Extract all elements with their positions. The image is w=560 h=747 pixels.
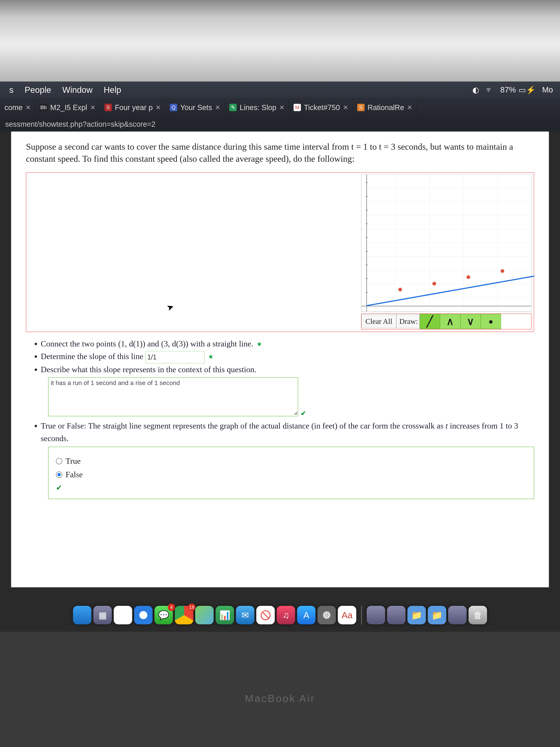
dock-app-dictionary[interactable]: Aa	[338, 606, 356, 624]
close-icon[interactable]: ✕	[90, 104, 96, 111]
draw-label: Draw:	[396, 315, 420, 328]
instruction-bullet: Connect the two points (1, d(1)) and (3,…	[41, 338, 534, 350]
laptop-model-label: MacBook Air	[0, 692, 560, 704]
menu-item[interactable]: s	[9, 85, 14, 95]
close-icon[interactable]: ✕	[407, 104, 412, 111]
clear-all-button[interactable]: Clear All	[362, 315, 396, 328]
close-icon[interactable]: ✕	[279, 104, 285, 111]
tab-title: Four year p	[115, 103, 153, 112]
graph-toolbar: Clear All Draw: ╱ ∧ ∨ ●	[361, 313, 532, 329]
browser-tabstrip: come ✕ Bb M2_I5 Expl ✕ S Four year p ✕ Q…	[0, 98, 560, 117]
plot-point[interactable]	[432, 282, 436, 285]
clock-day[interactable]: Mo	[542, 85, 553, 94]
tab[interactable]: come ✕	[0, 98, 35, 117]
dock-item[interactable]	[448, 606, 467, 624]
favicon: M	[294, 104, 301, 111]
tab-title: M2_I5 Expl	[50, 103, 87, 112]
instruction-bullet: Describe what this slope represents in t…	[41, 363, 534, 376]
tab-title: Your Sets	[180, 103, 212, 112]
tool-point-icon[interactable]: ●	[481, 314, 501, 329]
remove-icon[interactable]: ✶	[257, 341, 262, 348]
tab[interactable]: M Ticket#750 ✕	[289, 98, 353, 117]
instruction-bullet: Determine the slope of this line 1/1 ✶	[41, 350, 534, 363]
dock-trash[interactable]: 🗑	[469, 606, 487, 624]
tab-title: Ticket#750	[304, 103, 340, 112]
resize-handle-icon[interactable]: ◢	[294, 410, 297, 415]
slope-input[interactable]: 1/1	[145, 351, 205, 363]
instruction-bullet: True or False: The straight line segment…	[41, 420, 534, 445]
dock: ▦ ✿ 💬4 18 📊 ✉ 🚫 ♫ A ⚙ Aa 📁 📁 🗑	[0, 598, 560, 624]
graph-canvas[interactable]	[361, 175, 532, 312]
favicon: Bb	[40, 104, 47, 111]
dock-folder[interactable]: 📁	[428, 606, 446, 624]
describe-textarea[interactable]: it has a run of 1 second and a rise of 1…	[48, 378, 298, 416]
menu-item-window[interactable]: Window	[62, 85, 92, 95]
radio-icon[interactable]	[56, 458, 62, 464]
tab-title: Lines: Slop	[240, 103, 276, 112]
dock-app-mail[interactable]: ✉	[236, 606, 255, 624]
dock-app-messages[interactable]: 💬4	[155, 606, 173, 624]
menubar: s People Window Help ◐ ᯤ 87% ▭⚡ Mo	[0, 81, 560, 98]
option-false[interactable]: False	[56, 470, 526, 479]
option-true[interactable]: True	[56, 456, 526, 466]
plot-point[interactable]	[466, 275, 470, 279]
close-icon[interactable]: ✕	[156, 104, 161, 111]
textarea-value: it has a run of 1 second and a rise of 1…	[51, 379, 180, 386]
dock-stack[interactable]	[387, 606, 405, 624]
dock-app-photos[interactable]: ✿	[114, 606, 132, 624]
dock-app-generic[interactable]: 🚫	[256, 606, 275, 624]
dock-app-chrome[interactable]: 18	[175, 606, 193, 624]
plot-point[interactable]	[501, 269, 504, 273]
plot-point[interactable]	[398, 288, 402, 291]
close-icon[interactable]: ✕	[343, 104, 348, 111]
favicon: S	[104, 104, 112, 111]
menu-item-help[interactable]: Help	[104, 85, 121, 95]
tab-title: RationalRe	[368, 103, 404, 112]
close-icon[interactable]: ✕	[26, 104, 31, 111]
dock-app-numbers[interactable]: 📊	[216, 606, 234, 624]
tab[interactable]: Q Your Sets ✕	[165, 98, 225, 117]
tool-peak-icon[interactable]: ∧	[440, 314, 460, 329]
tab-title: come	[4, 103, 23, 112]
radio-icon[interactable]	[56, 471, 62, 478]
true-false-block: True False ✔	[48, 447, 534, 499]
dock-stack[interactable]	[367, 606, 385, 624]
battery-icon: ▭⚡	[518, 85, 536, 95]
siri-icon[interactable]: ◐	[473, 85, 479, 95]
tab[interactable]: S Four year p ✕	[100, 98, 165, 117]
question-prompt: Suppose a second car wants to cover the …	[26, 141, 534, 165]
tab[interactable]: Bb M2_I5 Expl ✕	[35, 98, 100, 117]
remove-icon[interactable]: ✶	[208, 353, 213, 360]
dock-folder[interactable]: 📁	[407, 606, 426, 624]
check-icon: ✔	[301, 410, 306, 417]
graph-container: Clear All Draw: ╱ ∧ ∨ ●	[26, 172, 534, 332]
address-bar[interactable]: sessment/showtest.php?action=skip&score=…	[0, 117, 560, 132]
dock-app-music[interactable]: ♫	[277, 606, 295, 624]
tab[interactable]: ✎ Lines: Slop ✕	[225, 98, 289, 117]
wifi-icon[interactable]: ᯤ	[486, 85, 494, 94]
favicon: Q	[170, 104, 177, 111]
dock-app-preferences[interactable]: ⚙	[317, 606, 336, 624]
menu-item-people[interactable]: People	[25, 85, 51, 95]
close-icon[interactable]: ✕	[215, 104, 220, 111]
dock-app-launchpad[interactable]: ▦	[93, 606, 112, 624]
tab[interactable]: S RationalRe ✕	[353, 98, 417, 117]
check-icon: ✔	[56, 483, 526, 492]
tool-line-icon[interactable]: ╱	[420, 314, 440, 329]
favicon: ✎	[229, 104, 237, 111]
dock-app-maps[interactable]	[195, 606, 214, 624]
page-viewport: Suppose a second car wants to cover the …	[11, 132, 549, 587]
dock-app-appstore[interactable]: A	[297, 606, 316, 624]
dock-app-finder[interactable]	[73, 606, 91, 624]
dock-app-safari[interactable]	[134, 606, 153, 624]
battery-status[interactable]: 87% ▭⚡	[500, 85, 536, 95]
tool-valley-icon[interactable]: ∨	[460, 314, 481, 329]
favicon: S	[357, 104, 365, 111]
